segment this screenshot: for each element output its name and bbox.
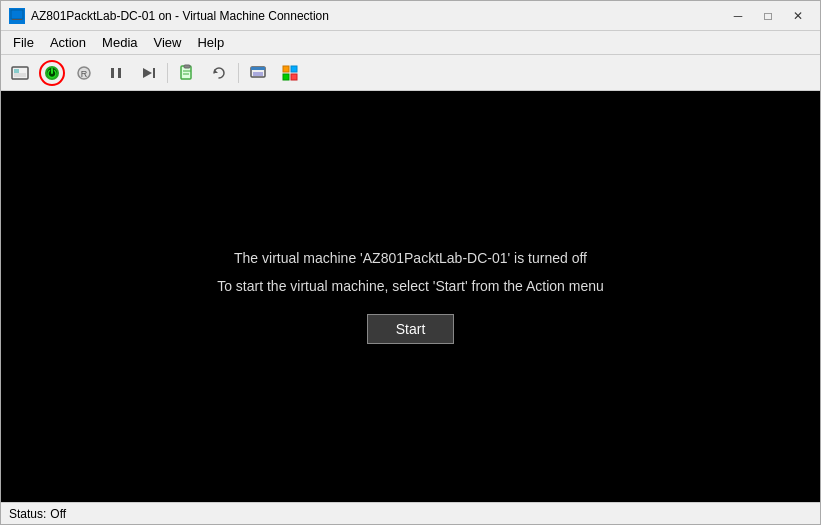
svg-rect-9 bbox=[111, 68, 114, 78]
close-button[interactable]: ✕ bbox=[784, 5, 812, 27]
svg-rect-12 bbox=[153, 68, 155, 78]
settings-button[interactable] bbox=[275, 59, 305, 87]
undo-button[interactable] bbox=[204, 59, 234, 87]
step-button[interactable] bbox=[133, 59, 163, 87]
menu-view[interactable]: View bbox=[146, 31, 190, 54]
menu-bar: File Action Media View Help bbox=[1, 31, 820, 55]
menu-media[interactable]: Media bbox=[94, 31, 145, 54]
start-vm-button[interactable]: Start bbox=[367, 314, 455, 344]
vm-instruction-message: To start the virtual machine, select 'St… bbox=[217, 278, 604, 294]
vm-screen: The virtual machine 'AZ801PacktLab-DC-01… bbox=[1, 91, 820, 502]
menu-help[interactable]: Help bbox=[189, 31, 232, 54]
svg-rect-19 bbox=[251, 67, 265, 70]
svg-rect-1 bbox=[13, 20, 21, 22]
svg-rect-2 bbox=[12, 19, 22, 20]
svg-rect-4 bbox=[14, 69, 19, 73]
pause-button[interactable] bbox=[101, 59, 131, 87]
fullscreen-button[interactable] bbox=[243, 59, 273, 87]
svg-rect-24 bbox=[291, 74, 297, 80]
svg-rect-21 bbox=[283, 66, 289, 72]
svg-text:R: R bbox=[81, 69, 88, 79]
svg-rect-14 bbox=[184, 65, 190, 68]
minimize-button[interactable]: ─ bbox=[724, 5, 752, 27]
window-title: AZ801PacktLab-DC-01 on - Virtual Machine… bbox=[31, 9, 724, 23]
app-icon bbox=[9, 8, 25, 24]
menu-action[interactable]: Action bbox=[42, 31, 94, 54]
separator-2 bbox=[238, 63, 239, 83]
svg-rect-22 bbox=[291, 66, 297, 72]
status-value: Off bbox=[50, 507, 66, 521]
status-label: Status: bbox=[9, 507, 46, 521]
svg-marker-11 bbox=[143, 68, 152, 78]
screenshot-button[interactable] bbox=[5, 59, 35, 87]
main-window: AZ801PacktLab-DC-01 on - Virtual Machine… bbox=[0, 0, 821, 525]
svg-rect-23 bbox=[283, 74, 289, 80]
vm-status-message: The virtual machine 'AZ801PacktLab-DC-01… bbox=[234, 250, 587, 266]
reset-button[interactable]: R bbox=[69, 59, 99, 87]
restore-button[interactable]: □ bbox=[754, 5, 782, 27]
power-button[interactable] bbox=[37, 59, 67, 87]
window-controls: ─ □ ✕ bbox=[724, 5, 812, 27]
toolbar: R bbox=[1, 55, 820, 91]
svg-rect-20 bbox=[253, 72, 263, 76]
svg-rect-0 bbox=[11, 10, 23, 19]
clipboard-button[interactable] bbox=[172, 59, 202, 87]
title-bar: AZ801PacktLab-DC-01 on - Virtual Machine… bbox=[1, 1, 820, 31]
status-bar: Status: Off bbox=[1, 502, 820, 524]
separator-1 bbox=[167, 63, 168, 83]
svg-rect-10 bbox=[118, 68, 121, 78]
menu-file[interactable]: File bbox=[5, 31, 42, 54]
svg-rect-5 bbox=[14, 73, 26, 77]
